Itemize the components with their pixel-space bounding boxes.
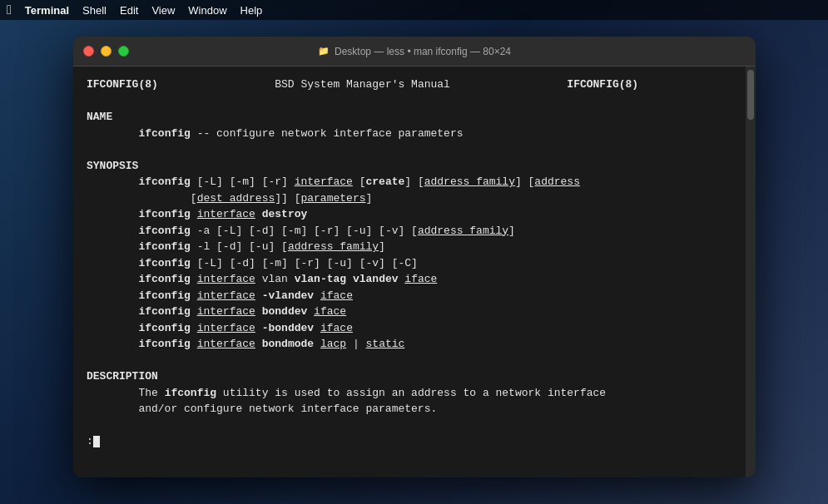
synopsis-cmd2: ifconfig [138,208,190,220]
synopsis-interface7: interface [197,338,255,350]
synopsis-interface5: interface [197,305,255,318]
menu-shell[interactable]: Shell [82,4,107,17]
synopsis-vlandev: vlandev [353,273,399,285]
terminal-body: IFCONFIG(8) BSD System Manager's Manual … [73,67,756,477]
synopsis-dest: dest_address [197,192,275,205]
synopsis-interface4: interface [197,289,255,302]
header-left: IFCONFIG(8) [87,78,158,91]
window-title: Desktop — less • man ifconfig — 80×24 [335,46,511,57]
synopsis-destroy: destroy [262,208,308,220]
synopsis-section-title: SYNOPSIS [87,160,138,172]
header-right: IFCONFIG(8) [567,78,638,91]
synopsis-lacp: lacp [320,338,346,350]
traffic-lights [83,46,129,57]
name-command: ifconfig [138,127,190,140]
title-bar-text: 📁 Desktop — less • man ifconfig — 80×24 [318,46,511,57]
menu-edit[interactable]: Edit [120,4,138,17]
folder-icon: 📁 [318,46,330,57]
synopsis-cmd8: ifconfig [138,305,190,318]
synopsis-interface1: interface [295,175,353,188]
synopsis-minus-bonddev: -bonddev [262,322,314,334]
desc-command: ifconfig [165,387,216,399]
synopsis-cmd6: ifconfig [138,273,190,285]
synopsis-cmd5: ifconfig [138,257,190,269]
synopsis-cmd10: ifconfig [138,338,190,350]
menu-terminal[interactable]: Terminal [25,4,69,17]
menu-window[interactable]: Window [188,4,226,17]
synopsis-iface4: iface [320,322,353,334]
scrollbar-thumb[interactable] [747,70,754,120]
maximize-button[interactable] [118,46,129,57]
synopsis-bonddev: bonddev [262,305,308,318]
menubar:  Terminal Shell Edit View Window Help [0,0,828,20]
terminal-text[interactable]: IFCONFIG(8) BSD System Manager's Manual … [73,67,746,477]
synopsis-cmd3: ifconfig [138,225,190,237]
synopsis-addr-family1: address_family [424,175,515,188]
header-center: BSD System Manager's Manual [275,78,450,91]
description-section-title: DESCRIPTION [87,370,158,383]
scrollbar[interactable] [746,67,756,477]
synopsis-minus-vlandev: -vlandev [262,289,314,302]
menu-view[interactable]: View [151,4,175,17]
apple-menu[interactable]:  [7,2,12,17]
title-bar: 📁 Desktop — less • man ifconfig — 80×24 [73,37,756,67]
synopsis-interface2: interface [197,208,255,220]
synopsis-params: parameters [300,192,365,205]
synopsis-address: address [534,175,580,188]
name-section-title: NAME [87,111,112,123]
synopsis-cmd4: ifconfig [138,240,190,253]
synopsis-iface3: iface [314,305,346,318]
synopsis-static: static [366,338,405,350]
synopsis-iface1: iface [404,273,437,285]
synopsis-addr-family2: address_family [418,225,508,237]
cursor [93,436,100,447]
prompt[interactable]: : [87,435,93,447]
menu-help[interactable]: Help [240,4,263,17]
close-button[interactable] [83,46,94,57]
terminal-window: 📁 Desktop — less • man ifconfig — 80×24 … [73,37,756,477]
synopsis-vlantag: vlan-tag [295,273,346,285]
synopsis-cmd9: ifconfig [138,322,190,334]
synopsis-interface6: interface [197,322,255,334]
synopsis-create: create [366,175,405,188]
synopsis-bondmode: bondmode [262,338,314,350]
synopsis-cmd7: ifconfig [138,289,190,302]
synopsis-iface2: iface [320,289,353,302]
minimize-button[interactable] [101,46,112,57]
synopsis-cmd1: ifconfig [138,175,190,188]
synopsis-addr-family3: address_family [288,240,379,253]
synopsis-interface3: interface [197,273,255,285]
